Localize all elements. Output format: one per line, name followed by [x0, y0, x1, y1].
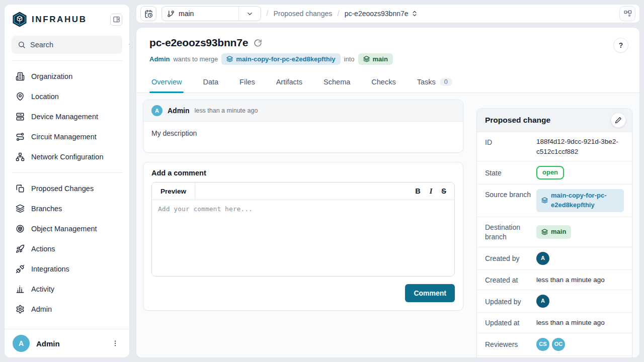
detail-label: Created at [485, 275, 536, 286]
reviewer-avatar: CS [536, 338, 549, 351]
sidebar-collapse-button[interactable] [110, 14, 122, 26]
sidebar-nav-secondary: Proposed Changes Branches Object Managem… [5, 173, 129, 325]
sidebar-item-label: Branches [31, 205, 62, 213]
layers-icon [541, 197, 548, 204]
layers-icon [16, 204, 25, 213]
sidebar-item-label: Admin [31, 305, 52, 313]
merge-author: Admin [149, 55, 170, 63]
layers-icon [226, 56, 233, 62]
layers-icon [541, 229, 548, 235]
search-input[interactable] [30, 41, 124, 49]
sidebar-item-label: Object Management [31, 225, 97, 233]
sidebar-item-actions[interactable]: Actions [11, 239, 123, 259]
format-buttons: B I S [415, 183, 454, 200]
branch-selector-value: main [162, 10, 238, 18]
created-at-value: less than a minute ago [536, 275, 624, 285]
sidebar-item-network-configuration[interactable]: Network Configuration [11, 147, 123, 167]
sidebar-item-location[interactable]: Location [11, 86, 123, 107]
state-open-badge: open [536, 166, 564, 179]
map-pin-icon [16, 92, 25, 101]
sidebar-item-label: Actions [31, 245, 55, 253]
tasks-count-badge: 0 [440, 78, 452, 86]
sidebar-item-activity[interactable]: Activity [11, 279, 123, 299]
sidebar-user-row: A Admin [5, 329, 129, 357]
workflow-button[interactable] [619, 6, 635, 21]
preview-tab[interactable]: Preview [152, 183, 195, 200]
user-menu-button[interactable] [109, 337, 121, 349]
sidebar-item-admin[interactable]: Admin [11, 299, 123, 319]
detail-row-id: ID 188f4d12-9dcc-921d-3be2-c512c1ccf882 [477, 132, 632, 161]
brand-name: INFRAHUB [32, 15, 110, 25]
sidebar-item-circuit-management[interactable]: Circuit Management [11, 127, 123, 147]
detail-row-updated-by: Updated by A [477, 290, 632, 312]
git-branch-icon [167, 10, 175, 18]
panel-header: Proposed change [477, 109, 632, 132]
destination-branch-badge[interactable]: main [536, 225, 571, 239]
tab-schema[interactable]: Schema [323, 72, 351, 93]
destination-branch-badge[interactable]: main [358, 53, 393, 65]
detail-label: ID [485, 137, 536, 148]
edit-button[interactable] [611, 113, 626, 128]
strikethrough-button[interactable]: S [441, 188, 446, 195]
comment-textarea[interactable] [152, 200, 454, 276]
breadcrumb-current-label: pc-e2eoozs93bnn7e [345, 10, 409, 18]
tab-label: Artifacts [276, 78, 302, 86]
comment-submit-button[interactable]: Comment [405, 284, 455, 302]
detail-label: Updated by [485, 296, 536, 307]
branch-selector[interactable]: main [162, 6, 261, 21]
sidebar-item-label: Proposed Changes [31, 185, 94, 193]
tab-data[interactable]: Data [202, 72, 219, 93]
server-icon [16, 112, 25, 121]
calendar-clock-icon [144, 10, 153, 18]
detail-value-id: 188f4d12-9dcc-921d-3be2-c512c1ccf882 [536, 137, 624, 156]
chevron-down-icon [246, 10, 254, 18]
overview-content: A Admin less than a minute ago My descri… [136, 93, 639, 357]
sidebar-item-device-management[interactable]: Device Management [11, 107, 123, 127]
sidebar-item-branches[interactable]: Branches [11, 199, 123, 219]
breadcrumb-proposed-changes[interactable]: Proposed changes [273, 10, 332, 18]
panel-title: Proposed change [485, 116, 550, 125]
sidebar-item-integrations[interactable]: Integrations [11, 259, 123, 279]
gear-icon [16, 305, 25, 314]
page-title: pc-e2eoozs93bnn7e [149, 37, 248, 49]
merge-text: wants to merge [173, 55, 218, 63]
sidebar-item-proposed-changes[interactable]: Proposed Changes [11, 178, 123, 199]
tab-label: Checks [371, 78, 395, 86]
tab-tasks[interactable]: Tasks 0 [416, 72, 453, 93]
layers-icon [363, 56, 370, 62]
branch-selector-caret[interactable] [238, 7, 261, 21]
source-branch-badge[interactable]: main-copy-for-pc-e2ed8kepfthiy [221, 53, 340, 65]
tab-bar: Overview Data Files Artifacts Schema Che… [136, 72, 639, 93]
refresh-icon[interactable] [254, 39, 262, 47]
detail-label: State [485, 167, 536, 178]
search-shortcut: ^K [129, 41, 130, 48]
sidebar-item-object-management[interactable]: Object Management [11, 219, 123, 239]
infrahub-logo-icon [12, 11, 27, 28]
bold-button[interactable]: B [415, 188, 420, 195]
tab-checks[interactable]: Checks [370, 72, 396, 93]
tab-overview[interactable]: Overview [150, 72, 183, 93]
add-comment-card: Add a comment Preview B I S [143, 162, 463, 311]
tab-artifacts[interactable]: Artifacts [275, 72, 303, 93]
detail-row-source-branch: Source branch main-copy-for-pc-e2ed8kepf… [477, 184, 632, 217]
italic-button[interactable]: I [430, 188, 433, 195]
help-button[interactable]: ? [613, 38, 628, 53]
merge-subtitle: Admin wants to merge main-copy-for-pc-e2… [149, 53, 627, 65]
editor-footer: Comment [151, 284, 455, 302]
branch-name: main [179, 10, 194, 18]
comment-timestamp: less than a minute ago [195, 107, 258, 114]
sidebar-item-organization[interactable]: Organization [11, 66, 123, 86]
tab-label: Overview [151, 78, 182, 86]
source-branch-name: main-copy-for-pc-e2ed8kepfthiy [236, 55, 335, 63]
source-branch-badge[interactable]: main-copy-for-pc-e2ed8kepfthiy [536, 189, 624, 212]
breadcrumb-current[interactable]: pc-e2eoozs93bnn7e [345, 10, 418, 18]
main-content: pc-e2eoozs93bnn7e ? Admin wants to merge… [136, 27, 640, 358]
tab-files[interactable]: Files [238, 72, 256, 93]
search-box[interactable]: ^K [12, 36, 122, 54]
breadcrumb-separator: / [337, 9, 339, 18]
time-travel-button[interactable] [140, 6, 156, 21]
destination-branch-name: main [551, 227, 566, 237]
sidebar-header: INFRAHUB [5, 5, 129, 33]
kebab-icon [111, 339, 119, 347]
created-by-avatar: A [536, 252, 549, 265]
